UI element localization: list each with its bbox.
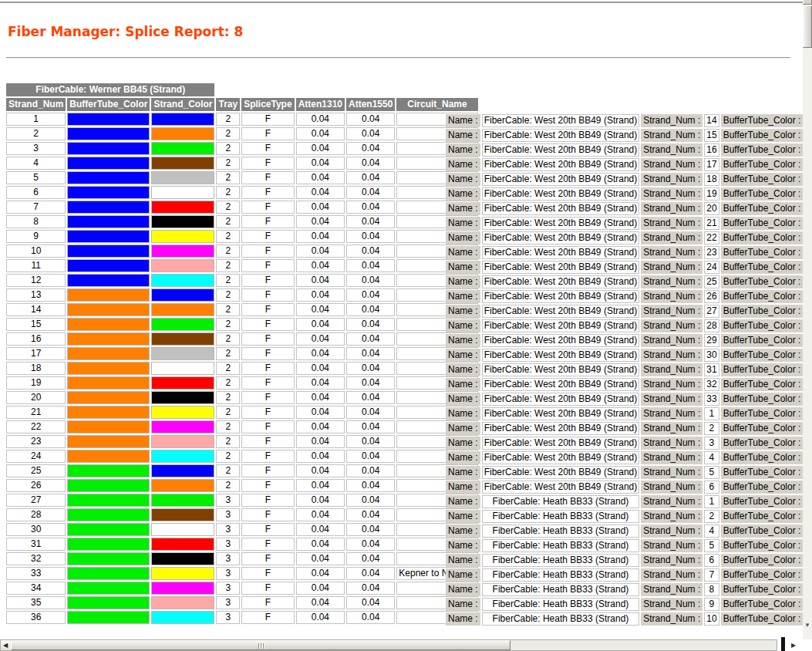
atten1550-value: 0.04 xyxy=(346,157,395,170)
atten1310-value: 0.04 xyxy=(296,508,345,521)
strand-num-value: 27 xyxy=(6,494,66,507)
horizontal-scrollbar-thumb[interactable] xyxy=(11,640,510,650)
name-label: Name : xyxy=(446,334,480,347)
splice-row: 72F0.040.04 xyxy=(6,201,478,214)
strand-num-value: 3 xyxy=(6,142,66,155)
name-label: Name : xyxy=(446,598,480,611)
splice-row: 62F0.040.04 xyxy=(6,186,478,199)
strand-color-swatch xyxy=(151,435,214,448)
buffertube-color-swatch xyxy=(67,567,150,580)
atten1550-value: 0.04 xyxy=(346,347,395,360)
spliced-to-row: Name :FiberCable: West 20th BB49 (Strand… xyxy=(446,129,803,142)
to-strand-num: 15 xyxy=(704,129,719,142)
strand-num-label: Strand_Num : xyxy=(641,290,702,303)
spliced-to-row: Name :FiberCable: Heath BB33 (Strand)Str… xyxy=(446,612,803,626)
title-divider xyxy=(6,57,790,59)
splice-row: 212F0.040.04 xyxy=(6,406,478,419)
splice-row: 152F0.040.04 xyxy=(6,318,478,331)
strand-num-label: Strand_Num : xyxy=(641,612,702,626)
strand-color-swatch xyxy=(151,230,214,243)
strand-num-value: 22 xyxy=(6,420,66,433)
to-strand-num: 6 xyxy=(704,554,719,567)
splicetype-value: F xyxy=(241,230,294,243)
buffertube-color-swatch xyxy=(67,127,150,140)
vertical-scrollbar[interactable]: ▼ xyxy=(803,0,812,639)
atten1550-value: 0.04 xyxy=(346,406,395,419)
splice-row: 323F0.040.04 xyxy=(6,552,478,565)
atten1310-value: 0.04 xyxy=(296,406,345,419)
buffertube-color-swatch xyxy=(67,523,150,536)
strand-num-label: Strand_Num : xyxy=(641,451,702,464)
name-label: Name : xyxy=(446,568,480,582)
name-label: Name : xyxy=(446,143,480,157)
strand-num-label: Strand_Num : xyxy=(641,231,702,245)
column-header-splicetype: SpliceType xyxy=(241,98,294,111)
strand-num-label: Strand_Num : xyxy=(641,158,702,171)
strand-num-value: 21 xyxy=(6,406,66,419)
buffertube-color-swatch xyxy=(67,303,150,316)
atten1310-value: 0.04 xyxy=(296,552,345,565)
group-header-spacer xyxy=(216,83,477,96)
strand-num-value: 33 xyxy=(6,567,66,580)
name-label: Name : xyxy=(446,158,480,171)
splicetype-value: F xyxy=(241,259,294,272)
splicetype-value: F xyxy=(241,171,294,184)
atten1310-value: 0.04 xyxy=(296,186,345,199)
spliced-to-row: Name :FiberCable: West 20th BB49 (Strand… xyxy=(446,217,803,230)
buffertube-color-label: BufferTube_Color : xyxy=(721,173,803,186)
scroll-right-icon[interactable]: ▶ xyxy=(789,641,798,650)
horizontal-scrollbar[interactable]: ◀ xyxy=(0,639,777,651)
spliced-to-row: Name :FiberCable: West 20th BB49 (Strand… xyxy=(446,319,803,332)
strand-num-value: 26 xyxy=(6,479,66,492)
spliced-to-row: Name :FiberCable: West 20th BB49 (Strand… xyxy=(446,451,803,464)
name-label: Name : xyxy=(446,612,480,626)
tray-value: 2 xyxy=(216,435,240,448)
scroll-down-icon[interactable]: ▼ xyxy=(804,622,811,629)
buffertube-color-label: BufferTube_Color : xyxy=(721,378,803,391)
to-cable-name: FiberCable: West 20th BB49 (Strand) xyxy=(482,319,640,332)
to-cable-name: FiberCable: West 20th BB49 (Strand) xyxy=(482,173,640,186)
strand-num-value: 18 xyxy=(6,362,66,375)
scroll-left-button[interactable]: ◀ xyxy=(1,640,10,650)
strand-color-swatch xyxy=(151,567,214,580)
tray-value: 2 xyxy=(216,230,240,243)
strand-num-label: Strand_Num : xyxy=(641,583,702,596)
tray-value: 2 xyxy=(216,347,240,360)
spliced-to-row: Name :FiberCable: Heath BB33 (Strand)Str… xyxy=(446,554,803,567)
strand-num-value: 10 xyxy=(6,245,66,258)
name-label: Name : xyxy=(446,583,480,596)
strand-num-label: Strand_Num : xyxy=(641,334,702,347)
spliced-to-row: Name :FiberCable: West 20th BB49 (Strand… xyxy=(446,407,803,420)
to-cable-name: FiberCable: Heath BB33 (Strand) xyxy=(482,612,640,626)
tray-value: 2 xyxy=(216,274,240,287)
strand-color-swatch xyxy=(151,420,214,433)
buffertube-color-label: BufferTube_Color : xyxy=(721,598,803,611)
strand-num-label: Strand_Num : xyxy=(641,187,702,201)
splicetype-value: F xyxy=(241,127,294,140)
splicetype-value: F xyxy=(241,582,294,595)
to-cable-name: FiberCable: Heath BB33 (Strand) xyxy=(482,583,640,596)
atten1550-value: 0.04 xyxy=(346,201,395,214)
splice-row: 262F0.040.04 xyxy=(6,479,478,492)
tray-value: 3 xyxy=(216,552,240,565)
splice-row: 52F0.040.04 xyxy=(6,171,478,184)
spliced-to-table: Name :FiberCable: West 20th BB49 (Strand… xyxy=(444,113,803,627)
strand-num-value: 12 xyxy=(6,274,66,287)
splice-row: 232F0.040.04 xyxy=(6,435,478,448)
name-label: Name : xyxy=(446,246,480,259)
buffertube-color-swatch xyxy=(67,362,150,375)
vertical-scrollbar-thumb[interactable] xyxy=(803,5,812,48)
name-label: Name : xyxy=(446,495,480,508)
splice-report-window: Fiber Manager: Splice Report: 8 FiberCab… xyxy=(0,0,812,651)
buffertube-color-label: BufferTube_Color : xyxy=(721,437,803,450)
spliced-to-row: Name :FiberCable: Heath BB33 (Strand)Str… xyxy=(446,583,803,596)
atten1550-value: 0.04 xyxy=(346,318,395,331)
strand-num-value: 30 xyxy=(6,523,66,536)
to-cable-name: FiberCable: Heath BB33 (Strand) xyxy=(482,510,640,523)
strand-num-label: Strand_Num : xyxy=(641,275,702,288)
atten1310-value: 0.04 xyxy=(296,259,345,272)
scroll-up-button[interactable] xyxy=(803,0,812,5)
spliced-to-row: Name :FiberCable: West 20th BB49 (Strand… xyxy=(446,305,803,318)
strand-color-swatch xyxy=(151,157,214,170)
name-label: Name : xyxy=(446,466,480,479)
